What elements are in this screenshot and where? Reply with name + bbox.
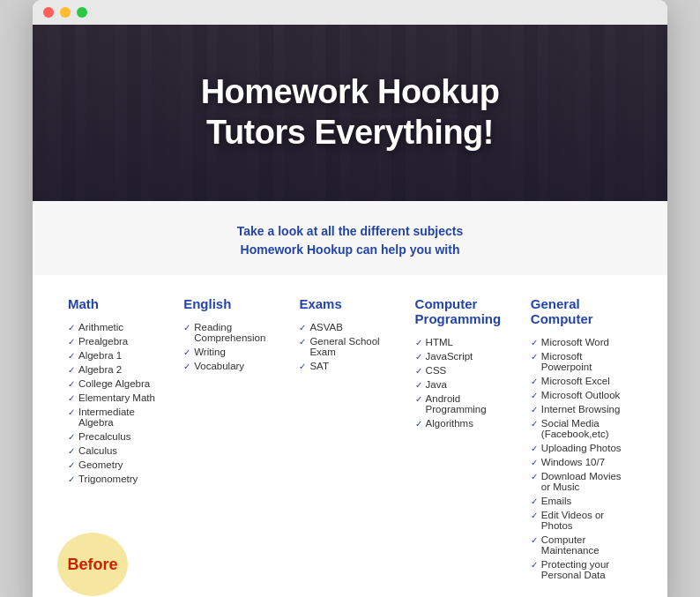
subjects-columns: Math ✓Arithmetic ✓Prealgebra ✓Algebra 1 … bbox=[33, 275, 667, 597]
column-english-header: English bbox=[183, 296, 285, 311]
list-item: ✓Microsoft Excel bbox=[531, 376, 632, 386]
check-icon: ✓ bbox=[415, 338, 422, 347]
column-math-list: ✓Arithmetic ✓Prealgebra ✓Algebra 1 ✓Alge… bbox=[68, 322, 169, 484]
hero-line1: Homework Hookup bbox=[201, 73, 500, 110]
list-item: ✓Social Media (Facebook,etc) bbox=[531, 418, 632, 439]
browser-window: Homework Hookup Tutors Everything! Take … bbox=[33, 0, 667, 597]
list-item: ✓Arithmetic bbox=[68, 322, 169, 332]
list-item: ✓Download Movies or Music bbox=[531, 471, 632, 492]
list-item: ✓Edit Videos or Photos bbox=[531, 510, 632, 531]
check-icon: ✓ bbox=[531, 458, 538, 467]
check-icon: ✓ bbox=[68, 446, 75, 456]
list-item: ✓Microsoft Outlook bbox=[531, 390, 632, 400]
check-icon: ✓ bbox=[68, 407, 75, 417]
check-icon: ✓ bbox=[68, 474, 75, 484]
maximize-button[interactable] bbox=[77, 7, 87, 18]
column-general-computer-header: General Computer bbox=[531, 296, 632, 326]
check-icon: ✓ bbox=[531, 352, 538, 362]
check-icon: ✓ bbox=[68, 323, 75, 332]
check-icon: ✓ bbox=[531, 560, 538, 570]
column-exams: Exams ✓ASVAB ✓General School Exam ✓SAT bbox=[292, 296, 407, 584]
hero-section: Homework Hookup Tutors Everything! bbox=[33, 25, 667, 201]
check-icon: ✓ bbox=[68, 393, 75, 403]
list-item: ✓Microsoft Powerpoint bbox=[531, 351, 632, 372]
column-exams-header: Exams bbox=[299, 296, 400, 311]
check-icon: ✓ bbox=[531, 472, 538, 481]
list-item: ✓Internet Browsing bbox=[531, 404, 632, 414]
close-button[interactable] bbox=[43, 7, 54, 18]
column-math-header: Math bbox=[68, 296, 169, 311]
list-item: ✓ASVAB bbox=[299, 322, 400, 332]
check-icon: ✓ bbox=[68, 337, 75, 347]
check-icon: ✓ bbox=[531, 535, 538, 545]
list-item: ✓College Algebra bbox=[68, 378, 169, 389]
list-item: ✓Intermediate Algebra bbox=[68, 407, 169, 428]
list-item: ✓Microsoft Word bbox=[531, 337, 632, 347]
list-item: ✓Precalculus bbox=[68, 431, 169, 442]
list-item: ✓CSS bbox=[415, 365, 517, 376]
hero-line2: Tutors Everything! bbox=[206, 114, 494, 151]
list-item: ✓Vocabulary bbox=[183, 361, 285, 371]
check-icon: ✓ bbox=[415, 366, 422, 376]
column-general-computer: General Computer ✓Microsoft Word ✓Micros… bbox=[524, 296, 639, 584]
list-item: ✓Algebra 2 bbox=[68, 364, 169, 375]
list-item: ✓Windows 10/7 bbox=[531, 457, 632, 467]
check-icon: ✓ bbox=[68, 379, 75, 389]
check-icon: ✓ bbox=[299, 362, 306, 371]
check-icon: ✓ bbox=[415, 419, 422, 429]
column-programming-list: ✓HTML ✓JavaScript ✓CSS ✓Java ✓Android Pr… bbox=[415, 337, 517, 429]
check-icon: ✓ bbox=[415, 352, 422, 362]
before-badge: Before bbox=[57, 533, 128, 596]
check-icon: ✓ bbox=[531, 405, 538, 414]
check-icon: ✓ bbox=[299, 337, 306, 347]
check-icon: ✓ bbox=[531, 377, 538, 386]
list-item: ✓General School Exam bbox=[299, 336, 400, 357]
check-icon: ✓ bbox=[68, 351, 75, 361]
check-icon: ✓ bbox=[68, 365, 75, 375]
list-item: ✓Reading Comprehension bbox=[183, 322, 285, 343]
check-icon: ✓ bbox=[531, 391, 538, 400]
check-icon: ✓ bbox=[415, 394, 422, 404]
check-icon: ✓ bbox=[531, 511, 538, 520]
list-item: ✓SAT bbox=[299, 361, 400, 371]
column-general-computer-list: ✓Microsoft Word ✓Microsoft Powerpoint ✓M… bbox=[531, 337, 632, 580]
column-english: English ✓Reading Comprehension ✓Writing … bbox=[176, 296, 292, 584]
check-icon: ✓ bbox=[531, 496, 538, 506]
list-item: ✓Geometry bbox=[68, 459, 169, 470]
check-icon: ✓ bbox=[531, 444, 538, 453]
column-programming-header: ComputerProgramming bbox=[415, 296, 517, 326]
column-english-list: ✓Reading Comprehension ✓Writing ✓Vocabul… bbox=[183, 322, 285, 371]
list-item: ✓Calculus bbox=[68, 445, 169, 456]
list-item: ✓Prealgebra bbox=[68, 336, 169, 347]
list-item: ✓Writing bbox=[183, 347, 285, 357]
check-icon: ✓ bbox=[531, 338, 538, 347]
check-icon: ✓ bbox=[299, 323, 306, 332]
check-icon: ✓ bbox=[183, 347, 190, 357]
hero-title: Homework Hookup Tutors Everything! bbox=[201, 72, 500, 153]
list-item: ✓Algorithms bbox=[415, 418, 517, 429]
list-item: ✓Emails bbox=[531, 496, 632, 506]
check-icon: ✓ bbox=[415, 380, 422, 390]
list-item: ✓Computer Maintenance bbox=[531, 534, 632, 556]
list-item: ✓Protecting your Personal Data bbox=[531, 559, 632, 580]
column-exams-list: ✓ASVAB ✓General School Exam ✓SAT bbox=[299, 322, 400, 371]
check-icon: ✓ bbox=[68, 460, 75, 470]
check-icon: ✓ bbox=[68, 432, 75, 442]
column-programming: ComputerProgramming ✓HTML ✓JavaScript ✓C… bbox=[408, 296, 524, 584]
list-item: ✓Uploading Photos bbox=[531, 443, 632, 453]
list-item: ✓JavaScript bbox=[415, 351, 517, 362]
subheading-text: Take a look at all the different subject… bbox=[50, 222, 650, 259]
list-item: ✓Algebra 1 bbox=[68, 350, 169, 361]
minimize-button[interactable] bbox=[60, 7, 71, 18]
list-item: ✓Java bbox=[415, 379, 517, 390]
list-item: ✓HTML bbox=[415, 337, 517, 347]
before-label: Before bbox=[67, 556, 117, 574]
list-item: ✓Android Programming bbox=[415, 393, 517, 414]
check-icon: ✓ bbox=[531, 419, 538, 429]
list-item: ✓Trigonometry bbox=[68, 474, 169, 484]
check-icon: ✓ bbox=[183, 323, 190, 332]
list-item: ✓Elementary Math bbox=[68, 392, 169, 403]
check-icon: ✓ bbox=[183, 362, 190, 371]
titlebar bbox=[33, 0, 667, 25]
subheading-section: Take a look at all the different subject… bbox=[33, 201, 667, 275]
